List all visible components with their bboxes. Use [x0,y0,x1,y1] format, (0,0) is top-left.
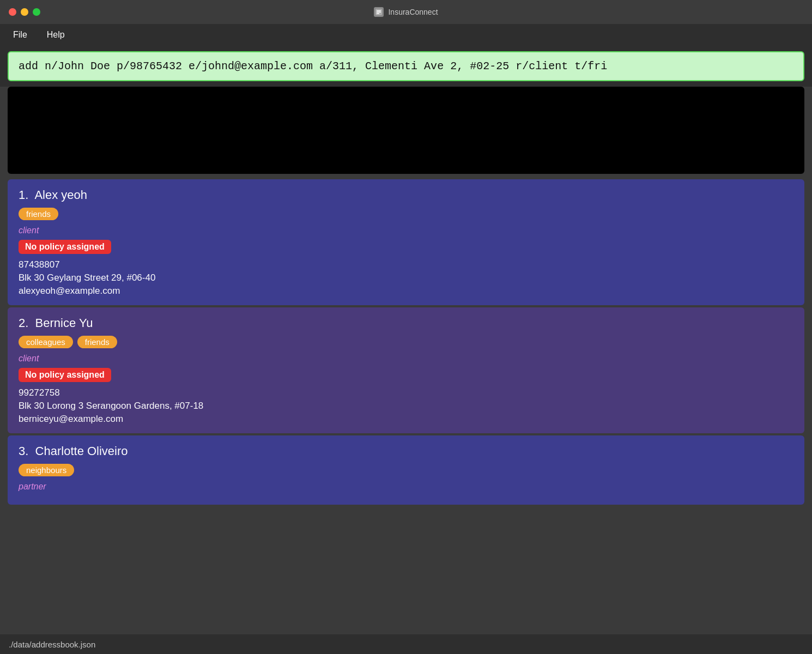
person-list: 1. Alex yeoh friends client No policy as… [0,179,812,634]
tags-row-1: friends [19,208,793,220]
person-email-1: alexyeoh@example.com [19,286,793,296]
person-card-2[interactable]: 2. Bernice Yu colleagues friends client … [8,307,804,433]
person-card-1[interactable]: 1. Alex yeoh friends client No policy as… [8,179,804,305]
tag-friends-1[interactable]: friends [19,208,58,220]
person-email-2: berniceyu@example.com [19,414,793,425]
title-bar: InsuraConnect [0,0,812,24]
svg-rect-2 [377,12,381,13]
close-button[interactable] [9,8,16,16]
output-area [8,87,804,174]
command-area [0,46,812,87]
person-address-1: Blk 30 Geylang Street 29, #06-40 [19,272,793,283]
menu-file[interactable]: File [9,28,32,42]
menu-bar: File Help [0,24,812,46]
person-name-1: 1. Alex yeoh [19,188,793,202]
tags-row-2: colleagues friends [19,336,793,348]
tag-friends-2[interactable]: friends [77,336,117,348]
svg-rect-1 [377,10,381,11]
status-text: ./data/addressbook.json [9,640,95,649]
app-icon [374,7,384,17]
tag-neighbours-3[interactable]: neighbours [19,464,74,476]
app-title: InsuraConnect [388,8,438,16]
title-bar-text: InsuraConnect [374,7,438,17]
person-address-2: Blk 30 Lorong 3 Serangoon Gardens, #07-1… [19,401,793,411]
person-card-3[interactable]: 3. Charlotte Oliveiro neighbours partner [8,435,804,505]
status-bar: ./data/addressbook.json [0,634,812,654]
person-phone-2: 99272758 [19,387,793,398]
person-name-2: 2. Bernice Yu [19,316,793,330]
command-input[interactable] [8,51,804,81]
tags-row-3: neighbours [19,464,793,476]
tag-colleagues-2[interactable]: colleagues [19,336,73,348]
svg-rect-3 [377,13,379,14]
role-label-1: client [19,226,793,235]
maximize-button[interactable] [33,8,40,16]
menu-help[interactable]: Help [43,28,69,42]
person-name-3: 3. Charlotte Oliveiro [19,444,793,458]
policy-badge-2: No policy assigned [19,368,111,382]
window-controls [9,8,40,16]
role-label-2: client [19,354,793,364]
minimize-button[interactable] [21,8,28,16]
person-phone-1: 87438807 [19,259,793,270]
policy-badge-1: No policy assigned [19,240,111,254]
role-label-3: partner [19,482,793,492]
